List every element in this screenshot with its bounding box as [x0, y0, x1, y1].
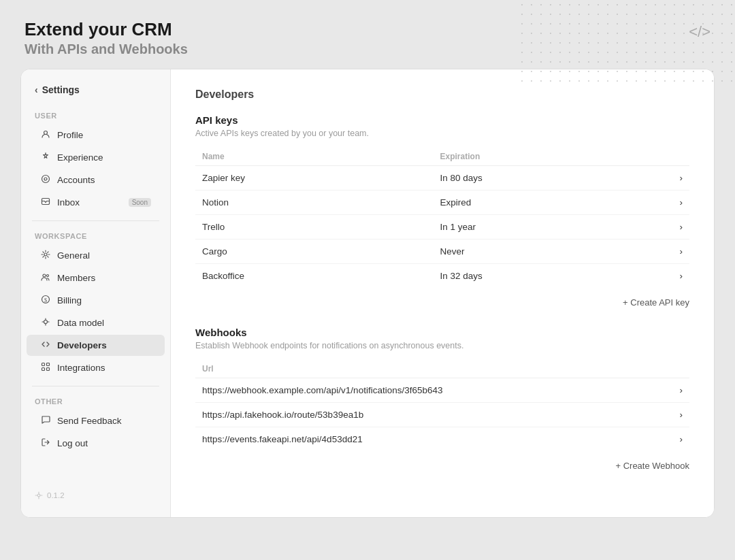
sidebar-item-accounts-label: Accounts	[57, 175, 95, 185]
api-key-expiration: Never	[434, 240, 669, 264]
accounts-icon	[40, 174, 51, 186]
sidebar: ‹ Settings User Profile Experience Accou…	[21, 69, 171, 517]
row-chevron-icon: ›	[669, 240, 689, 264]
row-chevron-icon: ›	[669, 215, 689, 240]
page-header: Extend your CRM With APIs and Webhooks <…	[0, 0, 735, 69]
webhook-col-url: Url	[195, 360, 669, 378]
svg-point-14	[37, 494, 40, 497]
table-row[interactable]: https://api.fakehook.io/route/53b39ea1b …	[195, 403, 689, 427]
members-icon	[40, 272, 51, 284]
sidebar-item-profile-label: Profile	[57, 130, 83, 140]
integrations-icon	[40, 362, 51, 374]
api-keys-section-desc: Active APIs keys created by you or your …	[195, 129, 689, 138]
svg-point-9	[44, 320, 48, 324]
row-chevron-icon: ›	[669, 403, 689, 427]
api-key-expiration: In 32 days	[434, 264, 669, 289]
svg-point-1	[42, 176, 50, 183]
sidebar-back-button[interactable]: ‹ Settings	[21, 84, 170, 108]
create-api-key-row: + Create API key	[195, 295, 689, 310]
table-row[interactable]: https://webhook.example.com/api/v1/notif…	[195, 378, 689, 403]
experience-icon	[40, 152, 51, 163]
sidebar-item-data-model[interactable]: Data model	[27, 312, 165, 333]
sidebar-divider-2	[32, 386, 159, 386]
sidebar-item-general-label: General	[57, 250, 90, 261]
sidebar-item-general[interactable]: General	[27, 245, 165, 266]
sidebar-item-integrations-label: Integrations	[57, 363, 105, 373]
profile-icon	[40, 129, 51, 141]
back-arrow-icon: ‹	[35, 84, 38, 95]
table-row[interactable]: Trello In 1 year ›	[195, 215, 689, 240]
webhooks-section-desc: Establish Webhook endpoints for notifica…	[195, 341, 689, 350]
row-chevron-icon: ›	[669, 191, 689, 215]
svg-rect-12	[42, 368, 45, 371]
webhooks-table: Url https://webhook.example.com/api/v1/n…	[195, 360, 689, 451]
svg-point-6	[47, 275, 49, 277]
code-icon: </>	[689, 23, 710, 41]
api-key-name: Trello	[195, 215, 434, 240]
log-out-icon	[40, 438, 51, 449]
svg-point-0	[44, 131, 48, 135]
create-webhook-row: + Create Webhook	[195, 458, 689, 474]
api-col-expiration: Expiration	[434, 148, 669, 166]
send-feedback-icon	[40, 415, 51, 427]
table-row[interactable]: https://events.fakeapi.net/api/4d53dd21 …	[195, 427, 689, 452]
general-icon	[40, 250, 51, 261]
sidebar-item-data-model-label: Data model	[57, 318, 104, 328]
sidebar-item-profile[interactable]: Profile	[27, 125, 165, 146]
main-card: ‹ Settings User Profile Experience Accou…	[20, 69, 715, 518]
sidebar-item-members-label: Members	[57, 273, 95, 283]
svg-rect-10	[42, 363, 45, 366]
row-chevron-icon: ›	[669, 427, 689, 452]
inbox-badge: Soon	[129, 198, 151, 207]
api-keys-section-title: API keys	[195, 114, 689, 126]
api-keys-table: Name Expiration Zapier key In 80 days › …	[195, 148, 689, 288]
sidebar-section-workspace: Workspace	[21, 232, 170, 244]
sidebar-item-log-out[interactable]: Log out	[27, 433, 165, 454]
sidebar-item-accounts[interactable]: Accounts	[27, 169, 165, 191]
sidebar-section-other: Other	[21, 397, 170, 410]
api-key-name: Zapier key	[195, 166, 434, 191]
page-subtitle: With APIs and Webhooks	[24, 40, 188, 58]
api-col-name: Name	[195, 148, 434, 166]
svg-text:$: $	[44, 297, 47, 303]
create-api-key-button[interactable]: + Create API key	[623, 295, 689, 310]
api-key-name: Backoffice	[195, 264, 434, 289]
sidebar-item-inbox-label: Inbox	[57, 197, 80, 208]
sidebar-item-members[interactable]: Members	[27, 267, 165, 289]
sidebar-item-developers[interactable]: Developers	[27, 335, 165, 356]
api-key-name: Cargo	[195, 240, 434, 264]
sidebar-divider-1	[32, 220, 159, 221]
row-chevron-icon: ›	[669, 264, 689, 289]
page-title: Extend your CRM	[24, 19, 188, 40]
webhooks-section-title: Webhooks	[195, 327, 689, 338]
sidebar-item-inbox[interactable]: Inbox Soon	[27, 192, 165, 213]
sidebar-section-user: User	[21, 112, 170, 124]
table-row[interactable]: Zapier key In 80 days ›	[195, 166, 689, 191]
title-group: Extend your CRM With APIs and Webhooks	[24, 19, 188, 58]
row-chevron-icon: ›	[669, 378, 689, 403]
table-row[interactable]: Backoffice In 32 days ›	[195, 264, 689, 289]
billing-icon: $	[40, 295, 51, 306]
content-title: Developers	[195, 88, 689, 101]
sidebar-item-experience[interactable]: Experience	[27, 147, 165, 168]
sidebar-item-experience-label: Experience	[57, 152, 103, 163]
sidebar-item-send-feedback[interactable]: Send Feedback	[27, 410, 165, 431]
sidebar-item-integrations[interactable]: Integrations	[27, 357, 165, 378]
row-chevron-icon: ›	[669, 166, 689, 191]
data-model-icon	[40, 317, 51, 329]
table-row[interactable]: Notion Expired ›	[195, 191, 689, 215]
sidebar-item-log-out-label: Log out	[57, 438, 88, 448]
inbox-icon	[40, 197, 51, 208]
sidebar-item-billing[interactable]: $ Billing	[27, 290, 165, 311]
api-key-expiration: In 1 year	[434, 215, 669, 240]
webhook-url: https://api.fakehook.io/route/53b39ea1b	[195, 403, 669, 427]
svg-rect-11	[47, 363, 50, 366]
sidebar-back-label: Settings	[42, 84, 80, 95]
svg-point-4	[44, 253, 47, 256]
create-webhook-button[interactable]: + Create Webhook	[615, 458, 689, 474]
api-key-expiration: In 80 days	[434, 166, 669, 191]
webhook-url: https://events.fakeapi.net/api/4d53dd21	[195, 427, 669, 452]
sidebar-item-billing-label: Billing	[57, 295, 82, 306]
svg-rect-13	[47, 368, 50, 371]
table-row[interactable]: Cargo Never ›	[195, 240, 689, 264]
